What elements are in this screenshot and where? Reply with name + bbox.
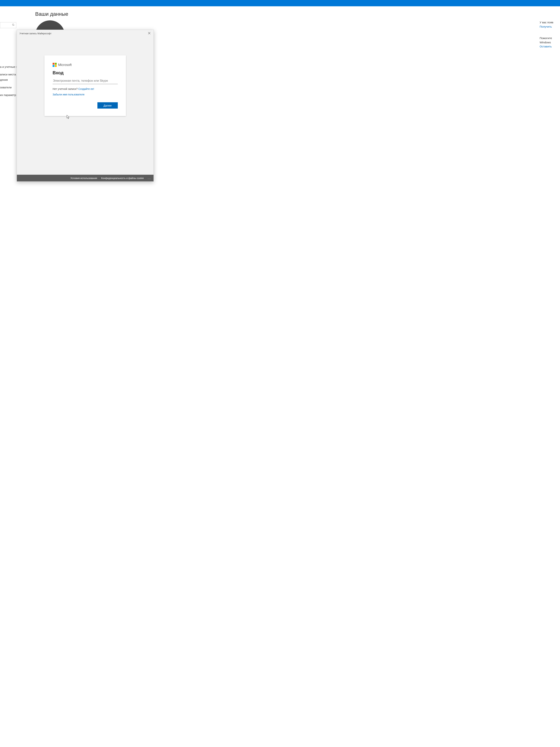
no-account-text: Нет учетной записи?	[53, 87, 78, 91]
footer-privacy-link[interactable]: Конфиденциальность и файлы cookie	[101, 177, 144, 180]
close-button[interactable]	[145, 30, 154, 37]
next-button[interactable]: Далее	[98, 102, 118, 108]
right-pane-link[interactable]: Оставить	[540, 45, 560, 49]
microsoft-logo-icon	[53, 63, 57, 67]
microsoft-brand-text: Microsoft	[58, 63, 72, 67]
svg-line-1	[14, 25, 14, 26]
dialog-body: Microsoft Вход Нет учетной записи? Созда…	[17, 37, 154, 175]
right-pane-text: У вас появ	[540, 20, 560, 25]
window-titlebar-accent	[0, 0, 560, 6]
dialog-titlebar: Учетная запись Майкрософт	[17, 30, 154, 37]
svg-point-0	[12, 24, 14, 25]
dialog-footer: Условия использования Конфиденциальность…	[17, 175, 154, 181]
ms-account-dialog: Учетная запись Майкрософт Microsoft Вход	[17, 30, 154, 182]
page-title: Ваши данные	[35, 11, 68, 17]
footer-terms-link[interactable]: Условия использования	[70, 177, 97, 180]
signin-identity-input[interactable]	[53, 78, 118, 84]
search-icon	[12, 24, 15, 27]
create-account-link[interactable]: Создайте ее!	[78, 87, 94, 91]
settings-right-pane: У вас появ Получить Помогите Windows Ост…	[540, 20, 560, 56]
forgot-username-link[interactable]: Забыли имя пользователя	[53, 93, 84, 96]
right-pane-text: Помогите	[540, 36, 560, 41]
signin-heading: Вход	[53, 70, 118, 75]
footer-more-button[interactable]: ...	[148, 177, 151, 180]
right-pane-link[interactable]: Получить	[540, 25, 560, 29]
settings-search-input[interactable]	[0, 22, 16, 28]
microsoft-brand-row: Microsoft	[53, 63, 118, 67]
right-pane-text: Windows	[540, 41, 560, 45]
signin-card: Microsoft Вход Нет учетной записи? Созда…	[45, 55, 126, 116]
close-icon	[148, 32, 150, 35]
dialog-title: Учетная запись Майкрософт	[20, 32, 52, 35]
